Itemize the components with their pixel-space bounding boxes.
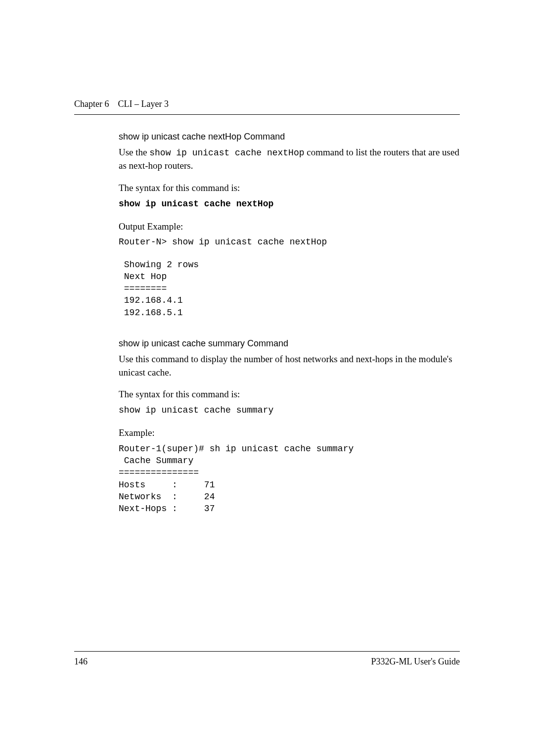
syntax-label: The syntax for this command is: <box>119 388 460 401</box>
section-heading: show ip unicast cache summary Command <box>119 337 460 350</box>
page-header: Chapter 6 CLI – Layer 3 <box>74 99 460 115</box>
syntax-command: show ip unicast cache nextHop <box>119 198 460 210</box>
output-block: Showing 2 rows Next Hop ======== 192.168… <box>119 259 460 319</box>
example-block: Router-1(super)# sh ip unicast cache sum… <box>119 443 460 515</box>
syntax-label: The syntax for this command is: <box>119 182 460 195</box>
chapter-title: CLI – Layer 3 <box>118 99 168 109</box>
body-text: Use the <box>119 147 149 157</box>
doc-title: P332G-ML User's Guide <box>371 657 460 667</box>
syntax-command: show ip unicast cache summary <box>119 404 460 417</box>
inline-command: show ip unicast cache nextHop <box>149 148 304 158</box>
chapter-label: Chapter 6 <box>74 99 109 109</box>
page-number: 146 <box>74 657 88 667</box>
intro-paragraph: Use the show ip unicast cache nextHop co… <box>119 146 460 173</box>
example-label: Example: <box>119 426 460 440</box>
output-example-label: Output Example: <box>119 220 460 234</box>
page-content: show ip unicast cache nextHop Command Us… <box>74 131 460 515</box>
page-footer: 146 P332G-ML User's Guide <box>74 651 460 667</box>
output-prompt-line: Router-N> show ip unicast cache nextHop <box>119 236 460 248</box>
intro-paragraph: Use this command to display the number o… <box>119 353 460 379</box>
section-heading: show ip unicast cache nextHop Command <box>119 131 460 143</box>
document-page: Chapter 6 CLI – Layer 3 show ip unicast … <box>0 0 534 515</box>
